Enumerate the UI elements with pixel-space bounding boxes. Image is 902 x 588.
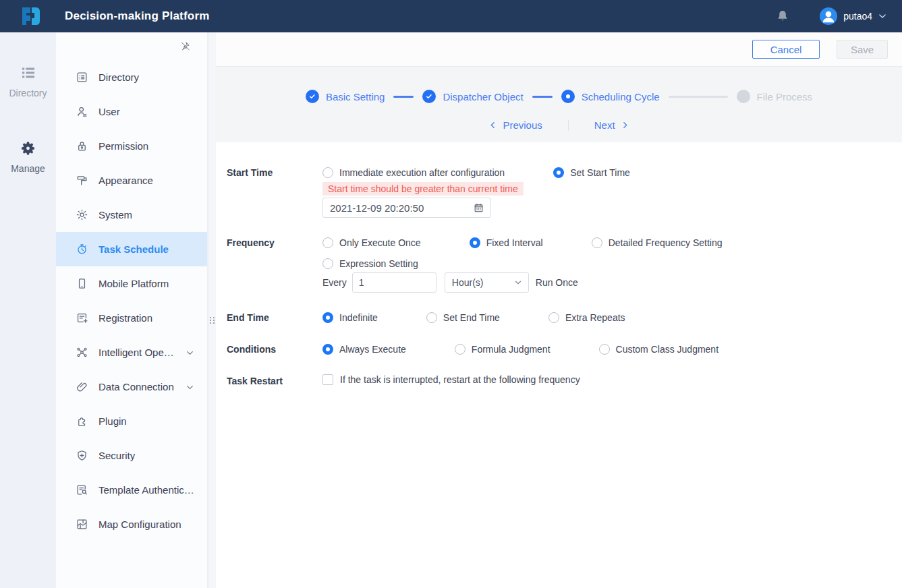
task-restart-option[interactable]: If the task is interrupted, restart at t… [322, 374, 902, 385]
rail-item-directory[interactable]: Directory [0, 65, 56, 98]
radio-only-execute-once[interactable]: Only Execute Once [322, 237, 421, 248]
radio-formula-judgment[interactable]: Formula Judgment [455, 344, 551, 355]
main-content: Cancel Save Basic SettingDispatcher Obje… [216, 32, 902, 588]
document-search-icon [76, 483, 88, 496]
radio-set-start-time[interactable]: Set Start Time [553, 167, 630, 178]
radio-custom-class-judgment[interactable]: Custom Class Judgment [599, 344, 719, 355]
brand-logo-icon [19, 5, 43, 27]
radio-immediate-execution-after-configuration[interactable]: Immediate execution after configuration [322, 167, 505, 178]
sidebar-item-directory[interactable]: Directory [56, 60, 207, 94]
chevron-down-icon[interactable] [878, 11, 887, 21]
sidebar-item-system[interactable]: System [56, 198, 207, 232]
sidebar-item-intelligent-ope[interactable]: Intelligent Ope… [56, 335, 207, 370]
step-connector [532, 96, 553, 98]
paint-roller-icon [76, 174, 88, 187]
interval-unit-select[interactable]: Hour(s) [445, 272, 529, 293]
start-time-error: Start time should be greater than curren… [322, 182, 524, 196]
chevron-down-icon [186, 348, 194, 357]
step-pager: Previous Next [216, 119, 902, 131]
radio-button[interactable] [592, 237, 602, 248]
radio-button[interactable] [322, 312, 333, 323]
step-check-icon [306, 90, 319, 103]
radio-indefinite[interactable]: Indefinite [322, 312, 378, 323]
sidebar-nav: DirectoryUserPermissionAppearanceSystemT… [56, 60, 207, 541]
radio-button[interactable] [548, 312, 559, 323]
end-time-row: End Time IndefiniteSet End TimeExtra Rep… [227, 311, 902, 324]
sidebar-item-task-schedule[interactable]: Task Schedule [56, 232, 207, 266]
radio-extra-repeats[interactable]: Extra Repeats [548, 312, 625, 323]
step-check-icon [422, 90, 436, 103]
frequency-row: Frequency Only Execute OnceFixed Interva… [227, 236, 902, 293]
icon-rail: DirectoryManage [0, 32, 56, 588]
map-icon [76, 518, 88, 531]
app-title: Decision-making Platform [65, 9, 210, 23]
schedule-form: Start Time Immediate execution after con… [216, 142, 902, 588]
sidebar-item-appearance[interactable]: Appearance [56, 163, 207, 198]
task-restart-label: Task Restart [227, 374, 322, 386]
sidebar-item-template-authentic[interactable]: Template Authentic… [56, 473, 207, 507]
next-button[interactable]: Next [594, 119, 629, 131]
radio-fixed-interval[interactable]: Fixed Interval [470, 237, 543, 248]
stopwatch-icon [76, 243, 88, 256]
rail-item-manage[interactable]: Manage [0, 140, 56, 174]
end-time-label: End Time [227, 311, 322, 324]
sidebar-item-permission[interactable]: Permission [56, 129, 207, 163]
chevron-down-icon [186, 382, 194, 391]
mobile-icon [76, 277, 88, 290]
radio-button[interactable] [322, 237, 333, 248]
save-button[interactable]: Save [837, 40, 888, 59]
pager-divider [568, 120, 569, 131]
radio-button[interactable] [322, 258, 333, 269]
previous-button[interactable]: Previous [488, 119, 542, 131]
step-connector [393, 96, 414, 98]
document-plus-icon [76, 312, 88, 324]
step-current-icon [561, 90, 575, 103]
sidebar-item-registration[interactable]: Registration [56, 301, 207, 335]
calendar-icon [473, 202, 484, 214]
frequency-label: Frequency [227, 236, 322, 293]
chevron-down-icon [514, 278, 522, 287]
user-avatar-icon[interactable] [820, 7, 837, 25]
sidebar-item-data-connection[interactable]: Data Connection [56, 370, 207, 404]
unpin-icon[interactable] [179, 40, 191, 52]
step-basic-setting[interactable]: Basic Setting [306, 90, 385, 103]
radio-always-execute[interactable]: Always Execute [322, 344, 406, 355]
paperclip-icon [76, 380, 88, 393]
lock-icon [76, 140, 88, 152]
radio-button[interactable] [599, 344, 610, 355]
sidebar-item-plugin[interactable]: Plugin [56, 404, 207, 438]
radio-button[interactable] [322, 344, 333, 355]
radio-button[interactable] [470, 237, 480, 248]
run-once-label: Run Once [536, 277, 578, 288]
shield-plus-icon [76, 449, 88, 462]
puzzle-icon [76, 415, 88, 428]
radio-set-end-time[interactable]: Set End Time [426, 312, 500, 323]
step-dispatcher-object[interactable]: Dispatcher Object [422, 90, 523, 103]
radio-detailed-frequency-setting[interactable]: Detailed Frequency Setting [592, 237, 723, 248]
interval-value-input[interactable] [352, 272, 436, 293]
username[interactable]: putao4 [843, 11, 872, 22]
sidebar-resize-handle[interactable] [210, 317, 215, 324]
radio-button[interactable] [553, 167, 564, 178]
start-time-row: Start Time Immediate execution after con… [227, 166, 902, 218]
conditions-row: Conditions Always ExecuteFormula Judgmen… [227, 343, 902, 356]
radio-button[interactable] [322, 167, 333, 178]
step-pending-icon [737, 90, 750, 103]
list-icon [20, 65, 36, 81]
start-time-datetime-input[interactable]: 2021-12-09 20:20:50 [322, 198, 491, 218]
radio-button[interactable] [455, 344, 466, 355]
sidebar-item-user[interactable]: User [56, 94, 207, 129]
bell-icon[interactable] [775, 9, 790, 24]
action-toolbar: Cancel Save [216, 32, 902, 67]
start-time-label: Start Time [227, 166, 322, 218]
gear-icon [20, 140, 36, 156]
cancel-button[interactable]: Cancel [752, 40, 820, 59]
sidebar-item-mobile-platform[interactable]: Mobile Platform [56, 266, 207, 301]
sidebar-item-map-configuration[interactable]: Map Configuration [56, 507, 207, 541]
step-file-process[interactable]: File Process [737, 90, 813, 103]
step-scheduling-cycle[interactable]: Scheduling Cycle [561, 90, 660, 103]
task-restart-checkbox[interactable] [322, 374, 333, 385]
sidebar-item-security[interactable]: Security [56, 438, 207, 473]
radio-button[interactable] [426, 312, 437, 323]
radio-expression-setting[interactable]: Expression Setting [322, 258, 418, 269]
